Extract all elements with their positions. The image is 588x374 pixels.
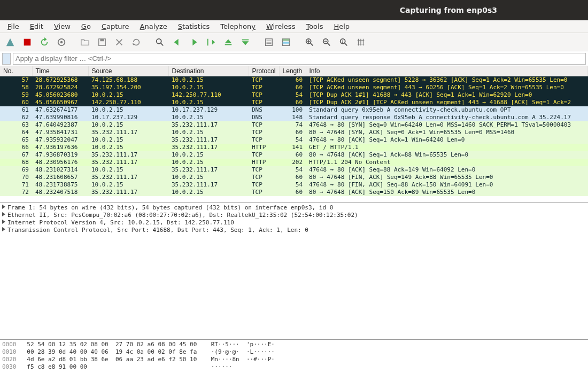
- svg-marker-10: [174, 38, 179, 45]
- detail-line[interactable]: Internet Protocol Version 4, Src: 10.0.2…: [2, 219, 586, 227]
- display-filter-bar: [0, 51, 588, 66]
- menu-capture[interactable]: Capture: [97, 21, 134, 32]
- svg-marker-12: [208, 40, 215, 44]
- packet-row[interactable]: 6948.23102731410.0.2.1535.232.111.17TCP5…: [0, 166, 588, 174]
- col-header-len[interactable]: Length: [279, 66, 306, 76]
- packet-row[interactable]: 6045.056650967142.250.77.11010.0.2.15TCP…: [0, 99, 588, 106]
- menu-tools[interactable]: Tools: [301, 21, 327, 32]
- packet-row[interactable]: 6647.93619763610.0.2.1535.232.111.17HTTP…: [0, 144, 588, 151]
- packet-table[interactable]: No. Time Source Destination Protocol Len…: [0, 66, 588, 196]
- expand-caret-icon[interactable]: [2, 212, 5, 216]
- packet-list-pane[interactable]: No. Time Source Destination Protocol Len…: [0, 66, 588, 203]
- autoscroll-icon[interactable]: [261, 35, 277, 50]
- svg-marker-14: [225, 39, 232, 43]
- packet-row[interactable]: 6147.63267417710.0.2.1510.17.237.129DNS1…: [0, 106, 588, 114]
- bookmark-icon[interactable]: [2, 53, 11, 65]
- col-header-no[interactable]: No.: [0, 66, 32, 76]
- window-titlebar: Capturing from enp0s3: [0, 0, 588, 20]
- packet-row[interactable]: 5828.67292582435.197.154.20010.0.2.15TCP…: [0, 84, 588, 91]
- capture-options-icon[interactable]: [53, 35, 69, 50]
- zoom-in-icon[interactable]: [301, 35, 318, 50]
- svg-line-9: [161, 43, 164, 45]
- svg-rect-17: [242, 39, 249, 40]
- close-file-icon[interactable]: [111, 35, 127, 50]
- svg-marker-11: [192, 38, 197, 45]
- main-toolbar: 1: [0, 33, 588, 51]
- hex-row[interactable]: 0010 00 28 39 0d 40 00 40 06 19 4c 0a 00…: [2, 348, 586, 356]
- svg-rect-15: [225, 44, 232, 45]
- menu-edit[interactable]: Edit: [26, 21, 48, 32]
- hex-row[interactable]: 0020 4d 6e a2 d8 01 bb 38 6e 06 aa 23 ad…: [2, 356, 586, 363]
- go-forward-icon[interactable]: [186, 35, 202, 50]
- menu-statistics[interactable]: Statistics: [174, 21, 214, 32]
- menu-telephony[interactable]: Telephony: [216, 21, 260, 32]
- svg-rect-24: [283, 42, 290, 44]
- packet-row[interactable]: 6547.93593204710.0.2.1535.232.111.17TCP5…: [0, 136, 588, 144]
- menu-file[interactable]: File: [3, 21, 24, 32]
- zoom-reset-icon[interactable]: 1: [336, 35, 352, 50]
- svg-rect-1: [24, 38, 31, 45]
- menu-analyze[interactable]: Analyze: [136, 21, 172, 32]
- menu-go[interactable]: Go: [77, 21, 95, 32]
- detail-line[interactable]: Transmission Control Protocol, Src Port:…: [2, 227, 586, 234]
- packet-row[interactable]: 6747.93687031935.232.111.1710.0.2.15TCP6…: [0, 151, 588, 159]
- display-filter-input[interactable]: [13, 53, 586, 65]
- packet-row[interactable]: 6447.93584173135.232.111.1710.0.2.15TCP6…: [0, 129, 588, 136]
- expand-caret-icon[interactable]: [2, 220, 5, 224]
- svg-line-30: [328, 43, 330, 45]
- svg-rect-23: [283, 38, 290, 41]
- svg-line-33: [345, 43, 347, 45]
- colorize-icon[interactable]: [278, 35, 294, 50]
- packet-row[interactable]: 5728.67292536874.125.68.18810.0.2.15TCP6…: [0, 76, 588, 84]
- stop-capture-icon[interactable]: [19, 35, 35, 50]
- menu-view[interactable]: View: [50, 21, 75, 32]
- svg-text:1: 1: [342, 39, 344, 43]
- packet-details-pane[interactable]: Frame 1: 54 bytes on wire (432 bits), 54…: [0, 203, 588, 340]
- restart-capture-icon[interactable]: [36, 35, 52, 50]
- svg-rect-5: [100, 38, 104, 41]
- svg-marker-0: [6, 38, 14, 45]
- go-to-packet-icon[interactable]: [203, 35, 219, 50]
- go-first-icon[interactable]: [220, 35, 236, 50]
- packet-row[interactable]: 6347.64049238710.0.2.1535.232.111.17TCP7…: [0, 121, 588, 129]
- packet-bytes-pane[interactable]: 0000 52 54 00 12 35 02 08 00 27 70 02 a6…: [0, 340, 588, 374]
- packet-row[interactable]: 7148.23173887510.0.2.1535.232.111.17TCP5…: [0, 181, 588, 189]
- packet-row[interactable]: 6848.23095617635.232.111.1710.0.2.15HTTP…: [0, 159, 588, 166]
- reload-file-icon[interactable]: [128, 35, 144, 50]
- window-title: Capturing from enp0s3: [400, 0, 497, 20]
- col-header-time[interactable]: Time: [32, 66, 88, 76]
- svg-rect-13: [207, 38, 208, 45]
- zoom-out-icon[interactable]: [319, 35, 335, 50]
- detail-line[interactable]: Ethernet II, Src: PcsCompu_70:02:a6 (08:…: [2, 212, 586, 219]
- go-last-icon[interactable]: [237, 35, 253, 50]
- packet-row[interactable]: 7248.23240751835.232.111.1710.0.2.15TCP6…: [0, 189, 588, 196]
- menubar: File Edit View Go Capture Analyze Statis…: [0, 20, 588, 33]
- menu-help[interactable]: Help: [329, 21, 354, 32]
- svg-marker-16: [242, 41, 249, 45]
- go-back-icon[interactable]: [169, 35, 185, 50]
- find-icon[interactable]: [152, 35, 168, 50]
- col-header-dst[interactable]: Destination: [168, 66, 249, 76]
- svg-point-8: [157, 38, 161, 43]
- col-header-info[interactable]: Info: [306, 66, 587, 76]
- hex-row[interactable]: 0000 52 54 00 12 35 02 08 00 27 70 02 a6…: [2, 341, 586, 348]
- resize-columns-icon[interactable]: [353, 35, 369, 50]
- save-file-icon[interactable]: [94, 35, 110, 50]
- svg-line-26: [311, 43, 313, 45]
- hex-row[interactable]: 0030 f5 c8 e8 91 00 00 ······: [2, 363, 586, 371]
- detail-line[interactable]: Frame 1: 54 bytes on wire (432 bits), 54…: [2, 204, 586, 212]
- packet-row[interactable]: 5945.05602368010.0.2.15142.250.77.110TCP…: [0, 91, 588, 99]
- col-header-proto[interactable]: Protocol: [249, 66, 279, 76]
- start-capture-icon[interactable]: [2, 35, 18, 50]
- col-header-src[interactable]: Source: [88, 66, 168, 76]
- packet-row[interactable]: 7048.23160865735.232.111.1710.0.2.15TCP6…: [0, 174, 588, 181]
- svg-point-3: [60, 41, 63, 43]
- expand-caret-icon[interactable]: [2, 205, 5, 209]
- packet-row[interactable]: 6247.63999081610.17.237.12910.0.2.15DNS1…: [0, 114, 588, 121]
- menu-wireless[interactable]: Wireless: [262, 21, 299, 32]
- open-file-icon[interactable]: [77, 35, 93, 50]
- expand-caret-icon[interactable]: [2, 227, 5, 231]
